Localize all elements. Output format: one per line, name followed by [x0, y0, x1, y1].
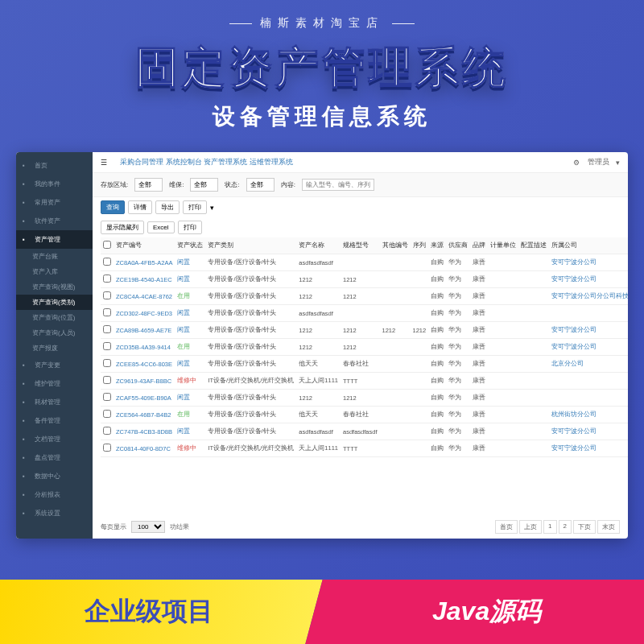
sidebar-item[interactable]: ▪常用资产 — [16, 193, 93, 212]
table-cell: 专用设备/医疗设备/针头 — [205, 407, 296, 423]
sidebar-item[interactable]: ▪我的事件 — [16, 175, 93, 193]
row-checkbox[interactable] — [103, 275, 111, 283]
table-cell: 闲置 — [175, 254, 205, 271]
sidebar-item[interactable]: ▪耗材管理 — [16, 393, 93, 411]
show-cols-button[interactable]: 显示隐藏列 — [101, 221, 144, 234]
excel-button[interactable]: Excel — [147, 221, 175, 233]
table-row[interactable]: ZCD35B-4A39-9414在用专用设备/医疗设备/针头12121212自购… — [101, 339, 628, 356]
table-cell: 自购 — [428, 356, 446, 373]
table-row[interactable]: ZC8A0A-4FB5-A2AA闲置专用设备/医疗设备/针头asdfasdfas… — [101, 254, 628, 271]
table-cell — [518, 339, 549, 356]
sidebar-item[interactable]: ▪资产变更 — [16, 356, 93, 374]
sidebar-subitem[interactable]: 资产查询(视图) — [16, 279, 93, 295]
sidebar-subitem[interactable]: 资产台账 — [16, 249, 93, 264]
region-select[interactable]: 全部 — [134, 178, 163, 192]
table-cell — [411, 440, 429, 457]
box-icon: ▪ — [23, 398, 31, 407]
page-1-button[interactable]: 1 — [543, 520, 556, 534]
print-chevron-icon[interactable]: ▾ — [210, 204, 214, 212]
table-header: 所属公司 — [549, 237, 628, 254]
topnav-item[interactable]: 采购合同管理 — [120, 158, 163, 166]
prev-page-button[interactable]: 上页 — [519, 520, 542, 534]
query-button[interactable]: 查询 — [101, 200, 125, 214]
sidebar-item[interactable]: ▪分析报表 — [16, 485, 93, 504]
sidebar-item[interactable]: ▪系统设置 — [16, 504, 93, 522]
table-cell — [488, 356, 518, 373]
table-cell: 华为 — [446, 305, 470, 322]
table-row[interactable]: ZCE19B-4540-A1EC闲置专用设备/医疗设备/针头12121212自购… — [101, 271, 628, 288]
table-cell — [488, 423, 518, 440]
sidebar-item[interactable]: ▪数据中心 — [16, 467, 93, 485]
sidebar-item[interactable]: ▪文档管理 — [16, 430, 93, 448]
detail-button[interactable]: 详情 — [128, 200, 152, 214]
gear-icon: ▪ — [23, 510, 31, 518]
sidebar-item[interactable]: ▪软件资产 — [16, 212, 93, 230]
table-cell — [488, 288, 518, 305]
row-checkbox[interactable] — [103, 376, 111, 384]
sidebar-item[interactable]: ▪盘点管理 — [16, 448, 93, 467]
table-cell: ZCD302-48FC-9ED3 — [114, 305, 175, 322]
select-all-checkbox[interactable] — [103, 241, 111, 249]
sidebar-subitem[interactable]: 资产查询(位置) — [16, 310, 93, 325]
table-cell: 春春社社 — [341, 356, 380, 373]
table-row[interactable]: ZC747B-4CB3-8D8B闲置专用设备/医疗设备/针头asdfasdfas… — [101, 423, 628, 440]
row-checkbox[interactable] — [103, 359, 111, 367]
table-cell: TTTT — [341, 373, 380, 390]
maint-select[interactable]: 全部 — [190, 178, 218, 192]
sidebar-subitem[interactable]: 资产报废 — [16, 341, 93, 356]
topnav-item[interactable]: 系统控制台 — [166, 158, 202, 166]
gear-icon[interactable]: ⚙ — [573, 159, 581, 167]
table-cell: 安可宁波分公司 — [549, 254, 628, 271]
row-checkbox[interactable] — [103, 342, 111, 350]
page-2-button[interactable]: 2 — [559, 520, 572, 534]
per-page-select[interactable]: 100 — [131, 521, 165, 533]
row-checkbox[interactable] — [103, 410, 111, 418]
print-button[interactable]: 打印 — [183, 200, 207, 214]
table-row[interactable]: ZC0814-40F0-8D7C维修中IT设备/光纤交换机/光纤交换机天上人间1… — [101, 440, 628, 457]
row-checkbox[interactable] — [103, 393, 111, 401]
sidebar-item[interactable]: ▪首页 — [16, 156, 93, 175]
row-checkbox[interactable] — [103, 291, 111, 299]
print2-button[interactable]: 打印 — [178, 221, 202, 234]
sidebar-subitem[interactable]: 资产查询(人员) — [16, 325, 93, 341]
chevron-down-icon[interactable]: ▾ — [616, 159, 620, 167]
table-row[interactable]: ZC8C4A-4CAE-8762在用专用设备/医疗设备/针头12121212自购… — [101, 288, 628, 305]
content-input[interactable] — [302, 179, 374, 191]
topnav-item[interactable]: 资产管理系统 — [204, 158, 247, 166]
last-page-button[interactable]: 末页 — [597, 520, 620, 534]
row-checkbox[interactable] — [103, 308, 111, 316]
table-cell: 华为 — [446, 356, 470, 373]
table-row[interactable]: ZCD302-48FC-9ED3闲置专用设备/医疗设备/针头asdfasdfas… — [101, 305, 628, 322]
table-row[interactable]: ZCAF55-409E-B90A闲置专用设备/医疗设备/针头12121212自购… — [101, 390, 628, 407]
table-cell: 康晋 — [470, 254, 488, 271]
row-checkbox[interactable] — [103, 444, 111, 452]
table-row[interactable]: ZCEE85-4CC6-803E闲置专用设备/医疗设备/针头他天天春春社社自购华… — [101, 356, 628, 373]
state-select[interactable]: 全部 — [246, 178, 275, 192]
table-cell: 1212 — [296, 288, 341, 305]
sidebar-item[interactable]: ▪备件管理 — [16, 411, 93, 430]
export-button[interactable]: 导出 — [155, 200, 180, 214]
table-cell: 康晋 — [470, 288, 488, 305]
sidebar-item[interactable]: ▪维护管理 — [16, 374, 93, 393]
doc-icon: ▪ — [23, 436, 31, 444]
sidebar-subitem[interactable]: 资产入库 — [16, 264, 93, 279]
state-label: 状态: — [225, 180, 239, 189]
table-cell — [518, 373, 549, 390]
table-row[interactable]: ZCA89B-4659-AE7E闲置专用设备/医疗设备/针头1212121212… — [101, 322, 628, 339]
maint-label: 维保: — [169, 180, 184, 189]
next-page-button[interactable]: 下页 — [573, 520, 596, 534]
sidebar-subitem[interactable]: 资产查询(类别) — [16, 295, 93, 310]
table-cell: 康晋 — [470, 407, 488, 423]
table-row[interactable]: ZC9619-43AF-B8BC维修中IT设备/光纤交换机/光纤交换机天上人间1… — [101, 373, 628, 390]
row-checkbox[interactable] — [103, 258, 111, 266]
table-cell — [380, 305, 411, 322]
user-label[interactable]: 管理员 — [588, 157, 609, 167]
sidebar-item[interactable]: ▪资产管理 — [16, 230, 93, 249]
first-page-button[interactable]: 首页 — [495, 520, 518, 534]
table-row[interactable]: ZCE564-46B7-B4B2在用专用设备/医疗设备/针头他天天春春社社自购华… — [101, 407, 628, 423]
row-checkbox[interactable] — [103, 325, 111, 333]
row-checkbox[interactable] — [103, 427, 111, 435]
menu-icon[interactable]: ☰ — [101, 159, 110, 167]
topnav-item[interactable]: 运维管理系统 — [250, 158, 293, 166]
data-icon: ▪ — [23, 473, 31, 481]
